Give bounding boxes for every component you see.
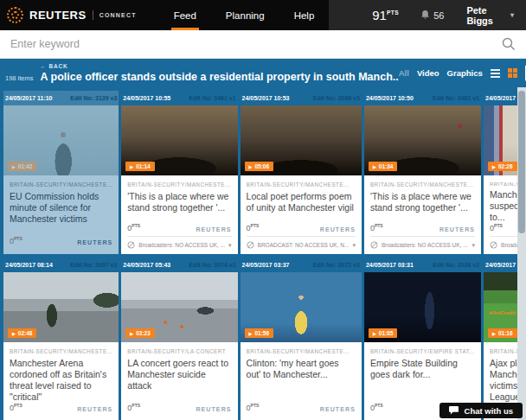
search-icon[interactable] bbox=[502, 37, 516, 51]
card-meta: 0PTSREUTERS bbox=[247, 403, 356, 416]
notification-count: 56 bbox=[433, 10, 444, 21]
card-points: 0PTS bbox=[10, 403, 22, 412]
video-card[interactable]: 24/05/2017 11:10Edit No: 3139 v3▶01:42BR… bbox=[3, 91, 119, 254]
grid-view-icon[interactable] bbox=[508, 68, 517, 78]
chat-with-us-button[interactable]: Chat with us bbox=[439, 403, 523, 418]
vertical-scrollbar[interactable] bbox=[517, 87, 526, 420]
card-points-unit: PTS bbox=[375, 403, 383, 408]
brand-name: REUTERS bbox=[29, 9, 87, 22]
video-thumbnail[interactable]: ▶05:06 bbox=[241, 105, 362, 175]
card-datetime: 24/05/2017 10:55 bbox=[123, 95, 170, 101]
card-edit-number: Edit No: 3072 v3 bbox=[313, 262, 360, 268]
card-title[interactable]: Empire State Building goes dark for... bbox=[370, 358, 475, 380]
card-title[interactable]: 'This is a place where we stand strong t… bbox=[370, 191, 475, 213]
nav-tab-help[interactable]: Help bbox=[279, 0, 330, 30]
broadcast-restriction[interactable]: Broadcasters: NO ACCESS UK, ...▾ bbox=[127, 236, 231, 249]
play-icon: ▶ bbox=[373, 164, 376, 169]
card-datetime: 24/05/2017 03:37 bbox=[242, 262, 290, 268]
card-source: REUTERS bbox=[439, 226, 475, 232]
card-title[interactable]: Clinton: 'my heart goes out' to Manchest… bbox=[247, 358, 356, 380]
filter-video[interactable]: Video bbox=[417, 68, 439, 78]
card-datetime: 24/05/2017 08:14 bbox=[5, 262, 53, 268]
nav-tab-feed[interactable]: Feed bbox=[159, 0, 211, 30]
card-datetime: 24/05/2017 05:43 bbox=[123, 262, 170, 268]
bell-icon bbox=[421, 10, 429, 20]
chat-label: Chat with us bbox=[465, 406, 513, 416]
play-icon: ▶ bbox=[12, 164, 16, 169]
video-thumbnail[interactable]: ▶01:42 bbox=[3, 105, 119, 175]
video-card[interactable]: 24/05/2017 10:50Edit No: 3461 v1▶01:34BR… bbox=[364, 91, 481, 254]
card-points: 0PTS bbox=[370, 223, 383, 232]
card-points: 0PTS bbox=[247, 403, 260, 412]
broadcast-text: Broadcasters: NO ACCESS UK, ... bbox=[382, 242, 469, 248]
video-card[interactable]: 24/05/2017 08:14Edit No: 3057 v3▶02:48BR… bbox=[3, 258, 119, 420]
video-thumbnail[interactable]: ▶03:23 bbox=[121, 272, 237, 342]
video-thumbnail[interactable]: ▶01:14 bbox=[121, 105, 237, 175]
card-datetime: 24/05/2017 10:53 bbox=[242, 95, 290, 101]
chevron-down-icon: ▾ bbox=[510, 11, 514, 19]
results-toolbar: 198 items ← BACK A police officer stands… bbox=[0, 59, 526, 87]
topbar-right-section: 91PTS 56 Pete Biggs ▾ bbox=[329, 0, 526, 30]
card-header: 24/05/2017 10:53Edit No: 3098 v3 bbox=[241, 91, 362, 105]
card-title[interactable]: 'This is a place where we stand strong t… bbox=[127, 191, 231, 213]
card-source: REUTERS bbox=[320, 226, 356, 232]
play-icon: ▶ bbox=[492, 164, 496, 169]
video-card[interactable]: 24/05/2017 10:55Edit No: 3461 v1▶01:14BR… bbox=[121, 91, 237, 254]
video-thumbnail[interactable]: ▶01:05 bbox=[364, 272, 481, 342]
filter-graphics[interactable]: Graphics bbox=[447, 68, 483, 78]
points-unit: PTS bbox=[387, 10, 399, 16]
card-points-unit: PTS bbox=[14, 236, 22, 241]
duration-badge: ▶01:05 bbox=[369, 328, 397, 338]
nav-tab-planning[interactable]: Planning bbox=[211, 0, 279, 30]
duration-badge: ▶05:06 bbox=[245, 162, 273, 171]
play-icon: ▶ bbox=[249, 331, 253, 336]
card-source: REUTERS bbox=[77, 406, 112, 412]
notification-indicator[interactable]: 56 bbox=[421, 10, 444, 21]
broadcast-restriction[interactable]: BROADCAST: NO ACCESS UK, N...▾ bbox=[247, 236, 356, 249]
chat-bubble-icon bbox=[449, 406, 459, 415]
duration-badge: ▶01:14 bbox=[125, 162, 154, 171]
chevron-down-icon: ▾ bbox=[352, 242, 356, 249]
card-header: 24/05/2017 11:10Edit No: 3139 v3 bbox=[3, 91, 119, 105]
no-access-icon bbox=[490, 241, 497, 249]
video-card[interactable]: 24/05/2017 03:37Edit No: 3072 v3▶01:56BR… bbox=[241, 258, 362, 420]
card-header: 24/05/2017 05:43Edit No: 3074 v2 bbox=[121, 258, 237, 272]
card-meta: 0PTSREUTERS bbox=[247, 223, 356, 236]
card-category: BRITAIN-SECURITY/MANCHESTE... bbox=[127, 181, 231, 188]
duration-value: 01:14 bbox=[136, 163, 151, 169]
card-edit-number: Edit No: 3057 v3 bbox=[70, 262, 117, 268]
broadcast-restriction[interactable]: Broadcasters: NO ACCESS UK, ...▾ bbox=[370, 236, 475, 249]
video-card[interactable]: 24/05/2017 05:43Edit No: 3074 v2▶03:23BR… bbox=[121, 258, 237, 420]
scrollbar-thumb[interactable] bbox=[518, 91, 525, 233]
points-balance[interactable]: 91PTS bbox=[372, 8, 399, 22]
filter-all[interactable]: All bbox=[399, 68, 409, 78]
no-access-icon bbox=[370, 241, 378, 249]
card-body: BRITAIN-SECURITY/MANCHESTE...EU Commissi… bbox=[3, 175, 119, 254]
card-header: 24/05/2017 10:55Edit No: 3461 v1 bbox=[121, 91, 237, 105]
user-menu[interactable]: Pete Biggs ▾ bbox=[466, 5, 514, 26]
play-icon: ▶ bbox=[12, 331, 16, 336]
video-thumbnail[interactable]: ▶01:56 bbox=[241, 272, 362, 342]
duration-value: 01:16 bbox=[498, 330, 513, 336]
video-thumbnail[interactable]: ▶01:34 bbox=[364, 105, 481, 175]
list-view-icon[interactable] bbox=[491, 69, 500, 78]
card-body: BRITAIN-SECURITY/MANCHESTE...'This is a … bbox=[121, 175, 237, 254]
video-card[interactable]: 24/05/2017 03:31Edit No: 3036 v2▶01:05BR… bbox=[364, 258, 481, 420]
duration-value: 03:23 bbox=[136, 330, 151, 336]
video-thumbnail[interactable]: ▶02:48 bbox=[3, 272, 119, 342]
card-title[interactable]: LA concert goers react to Manchester sui… bbox=[127, 358, 231, 391]
card-points-unit: PTS bbox=[375, 223, 383, 228]
card-title[interactable]: EU Commission holds minute of silence fo… bbox=[10, 191, 112, 225]
back-button[interactable]: ← BACK bbox=[41, 64, 399, 70]
card-body: BRITAIN-SECURITY/MANCHESTE...Local poet … bbox=[241, 175, 362, 254]
card-title[interactable]: Local poet performs poem of unity at Man… bbox=[247, 191, 356, 213]
search-input[interactable] bbox=[10, 38, 502, 50]
card-category: BRITAIN-SECURITY/LA CONCERT bbox=[127, 348, 231, 354]
video-card[interactable]: 24/05/2017 10:53Edit No: 3098 v3▶05:06BR… bbox=[241, 91, 362, 254]
duration-value: 01:05 bbox=[379, 330, 394, 336]
card-source: REUTERS bbox=[196, 406, 231, 412]
card-title[interactable]: Manchester Arena cordoned off as Britain… bbox=[10, 358, 112, 404]
title-block: ← BACK A police officer stands outside a… bbox=[41, 64, 399, 82]
brand-subtitle: CONNECT bbox=[99, 12, 137, 18]
brand-divider bbox=[93, 10, 93, 20]
